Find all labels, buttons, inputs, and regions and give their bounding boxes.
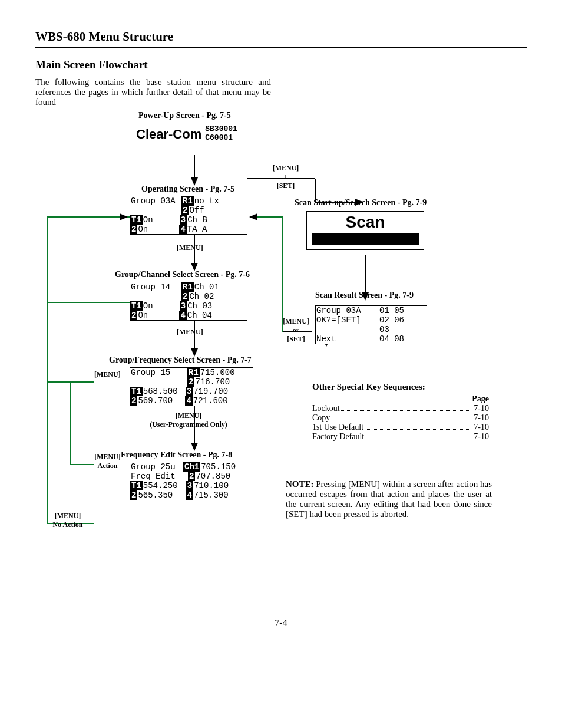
label-menu-action: [MENU]Action xyxy=(91,453,124,470)
label-menu-1: [MENU] xyxy=(177,243,203,252)
label-powerup: Power-Up Screen - Pg. 7-5 xyxy=(138,111,231,120)
brand: Clear-Com xyxy=(133,124,205,143)
label-groupfreq: Group/Frequency Select Screen - Pg. 7-7 xyxy=(109,355,252,365)
screen-freqedit: Group 25uCh1705.150 Freq Edit2707.850 T1… xyxy=(130,462,256,500)
page-number: 7-4 xyxy=(35,618,527,628)
label-freqedit: Frequency Edit Screen - Pg. 7-8 xyxy=(121,450,232,460)
label-menu-noaction: [MENU]No Action xyxy=(47,512,88,529)
label-scanresult: Scan Result Screen - Pg. 7-9 xyxy=(315,291,414,300)
screen-groupfreq: Group 15R1715.000 2716.700 T1568.5003719… xyxy=(130,367,253,406)
label-menu-2: [MENU] xyxy=(177,328,203,337)
page-header: WBS-680 Menu Structure xyxy=(35,29,527,48)
label-operating: Operating Screen - Pg. 7-5 xyxy=(141,185,234,194)
label-menu-user: [MENU](User-Programmed Only) xyxy=(138,411,239,429)
screen-scanresult: Group 03A01 05 OK?=[SET]02 06 03 Next04 … xyxy=(315,305,427,344)
label-groupchan: Group/Channel Select Screen - Pg. 7-6 xyxy=(115,270,250,279)
label-menu-or-set: [MENU]or[SET] xyxy=(280,317,312,344)
special-keys: Other Special Key Sequences: Page Lockou… xyxy=(312,382,489,442)
label-menu-side: [MENU] xyxy=(94,370,121,379)
powerup-l2: C60001 xyxy=(205,134,237,142)
screen-powerup: Clear-Com SB30001 C60001 xyxy=(130,123,247,144)
intro-text: The following contains the base station … xyxy=(35,77,271,107)
screen-groupchan: Group 14R1Ch 01 2Ch 02 T1On3Ch 03 2On4Ch… xyxy=(130,282,247,321)
label-scanstart: Scan Start-up/Search Screen - Pg. 7-9 xyxy=(295,198,427,207)
screen-scan: Scan xyxy=(306,211,424,250)
note: NOTE: Pressing [MENU] within a screen af… xyxy=(286,479,492,519)
screen-operating: Group 03AR1no tx 2Off T1On3Ch B 2On4TA A xyxy=(130,196,247,235)
flowchart: Power-Up Screen - Pg. 7-5 Clear-Com SB30… xyxy=(35,111,524,571)
label-menu-set: [MENU]+[SET] xyxy=(268,164,303,190)
powerup-l1: SB30001 xyxy=(205,125,237,133)
page-subheader: Main Screen Flowchart xyxy=(35,58,527,71)
